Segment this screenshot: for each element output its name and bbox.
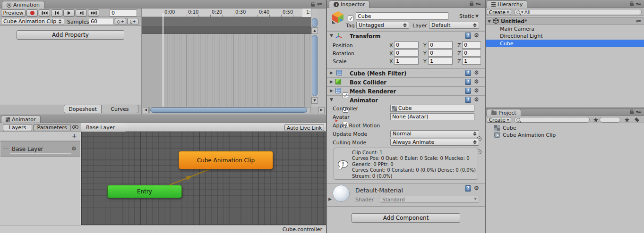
- help-icon[interactable]: ?: [465, 79, 471, 85]
- culling-mode-dropdown[interactable]: Always Animate: [390, 139, 479, 146]
- lock-icon[interactable]: [630, 3, 634, 6]
- scroll-left-button[interactable]: ◀: [143, 107, 149, 113]
- add-layer-button[interactable]: +: [70, 132, 78, 141]
- material-foldout-icon[interactable]: ▶: [328, 197, 332, 201]
- gameobject-name-field[interactable]: [356, 12, 448, 20]
- search-by-type-field[interactable]: [600, 117, 620, 123]
- goto-end-button[interactable]: [88, 9, 99, 17]
- tab-animator[interactable]: Animator: [1, 116, 41, 123]
- lock-icon[interactable]: [630, 111, 634, 114]
- scale-z-field[interactable]: 1: [462, 58, 481, 65]
- scene-foldout-icon[interactable]: ▼: [488, 19, 491, 24]
- panel-menu-icon[interactable]: ▾≡: [636, 1, 641, 6]
- state-node-clip[interactable]: Cube Animation Clip: [179, 151, 273, 169]
- next-frame-button[interactable]: [76, 9, 87, 17]
- tab-curves[interactable]: Curves: [102, 105, 138, 113]
- current-frame-field[interactable]: [110, 9, 137, 17]
- gear-icon[interactable]: ⚙: [474, 70, 479, 75]
- scroll-right-button[interactable]: ▶: [318, 107, 325, 113]
- scroll-up-button[interactable]: ▲: [311, 27, 318, 34]
- rotation-x-field[interactable]: 0: [394, 50, 419, 57]
- timeline-zoom-handle[interactable]: [312, 18, 318, 27]
- state-machine-graph[interactable]: Cube Animation Clip Entry: [81, 132, 326, 225]
- foldout-open-icon[interactable]: ▼: [330, 98, 333, 102]
- create-button[interactable]: Create ▼: [487, 117, 511, 123]
- position-y-field[interactable]: 0: [428, 42, 453, 49]
- create-button[interactable]: Create ▼: [487, 9, 511, 15]
- help-icon[interactable]: ?: [465, 88, 471, 94]
- scene-menu-icon[interactable]: ▾≡: [636, 19, 641, 24]
- gear-icon[interactable]: ⚙: [474, 79, 479, 84]
- add-property-button[interactable]: Add Property: [17, 30, 124, 40]
- tag-dropdown[interactable]: Untagged: [356, 22, 409, 29]
- layer-item-base-layer[interactable]: Base Layer ⚙: [0, 141, 80, 157]
- hierarchy-item-directional-light[interactable]: Directional Light: [486, 33, 644, 40]
- foldout-closed-icon[interactable]: ▶: [330, 71, 333, 75]
- static-dropdown-icon[interactable]: ▼: [475, 14, 479, 18]
- lock-icon[interactable]: [311, 4, 315, 7]
- shader-dropdown[interactable]: Standard ▼: [380, 196, 479, 203]
- gear-icon[interactable]: ⚙: [474, 185, 479, 191]
- samples-field[interactable]: [89, 18, 113, 25]
- add-keyframe-button[interactable]: ◇+: [115, 18, 126, 25]
- eye-icon[interactable]: [72, 125, 78, 129]
- vertical-scrollbar-thumb[interactable]: [312, 35, 318, 96]
- transition-arrow[interactable]: [81, 132, 326, 225]
- hierarchy-search-field[interactable]: ▼ All: [514, 9, 642, 15]
- position-x-field[interactable]: 0: [394, 42, 419, 49]
- goto-start-button[interactable]: [39, 9, 50, 17]
- help-icon[interactable]: ?: [465, 70, 471, 76]
- foldout-open-icon[interactable]: ▼: [330, 33, 333, 38]
- gear-icon[interactable]: ⚙: [474, 88, 479, 93]
- gameobject-cube-icon[interactable]: [331, 10, 345, 24]
- lock-icon[interactable]: [470, 3, 473, 6]
- project-item-animation-clip[interactable]: Cube Animation Clip: [486, 132, 644, 139]
- state-node-entry[interactable]: Entry: [107, 185, 182, 198]
- add-event-button[interactable]: +: [127, 18, 138, 25]
- gear-icon[interactable]: ⚙: [474, 97, 479, 102]
- tab-parameters[interactable]: Parameters: [33, 124, 71, 131]
- drag-handle-icon[interactable]: [3, 147, 9, 149]
- layer-dropdown[interactable]: Default: [429, 22, 479, 29]
- add-component-button[interactable]: Add Component: [352, 213, 460, 223]
- tab-inspector[interactable]: i Inspector: [329, 0, 369, 8]
- project-item-controller[interactable]: Cube: [486, 125, 644, 132]
- foldout-closed-icon[interactable]: ▶: [330, 89, 333, 93]
- controller-field[interactable]: Cube: [390, 105, 474, 112]
- rotation-y-field[interactable]: 0: [428, 50, 453, 57]
- hierarchy-item-main-camera[interactable]: Main Camera: [486, 25, 644, 33]
- previous-frame-button[interactable]: [51, 9, 62, 17]
- scene-row[interactable]: ▼ Untitled* ▾≡: [486, 17, 644, 25]
- gear-icon[interactable]: ⚙: [474, 33, 479, 38]
- breadcrumb[interactable]: Base Layer: [81, 123, 129, 132]
- preview-button[interactable]: Preview: [1, 9, 26, 17]
- help-icon[interactable]: ?: [465, 97, 471, 103]
- play-button[interactable]: [63, 9, 75, 17]
- help-icon[interactable]: ?: [465, 33, 471, 39]
- horizontal-scrollbar-thumb[interactable]: [150, 108, 307, 113]
- scale-y-field[interactable]: 1: [428, 58, 453, 65]
- tab-animation[interactable]: Animation: [2, 1, 44, 8]
- record-button[interactable]: [26, 9, 38, 17]
- rotation-z-field[interactable]: 0: [462, 50, 481, 57]
- auto-live-link-button[interactable]: Auto Live Link: [284, 124, 324, 131]
- hierarchy-item-cube-selected[interactable]: Cube: [486, 40, 644, 47]
- tab-project[interactable]: Project: [487, 109, 521, 116]
- playhead[interactable]: [163, 13, 163, 107]
- project-search-field[interactable]: [514, 117, 590, 123]
- active-checkbox[interactable]: [348, 16, 353, 21]
- panel-menu-icon[interactable]: ▾≡: [636, 109, 641, 114]
- tab-dopesheet[interactable]: Dopesheet: [64, 105, 102, 113]
- tab-layers[interactable]: Layers: [3, 124, 32, 131]
- scale-x-field[interactable]: 1: [394, 58, 419, 65]
- scroll-down-button[interactable]: ▼: [311, 97, 318, 104]
- update-mode-dropdown[interactable]: Normal: [390, 130, 479, 137]
- foldout-closed-icon[interactable]: ▶: [330, 80, 333, 84]
- avatar-field[interactable]: None (Avatar): [390, 113, 474, 120]
- clip-selector-dropdown[interactable]: Cube Animation Clip: [1, 18, 64, 25]
- position-z-field[interactable]: 0: [462, 42, 481, 49]
- panel-menu-icon[interactable]: ▾≡: [317, 2, 322, 7]
- panel-menu-icon[interactable]: ▾≡: [476, 1, 481, 6]
- tab-hierarchy[interactable]: Hierarchy: [487, 0, 527, 8]
- help-icon[interactable]: ?: [465, 185, 471, 191]
